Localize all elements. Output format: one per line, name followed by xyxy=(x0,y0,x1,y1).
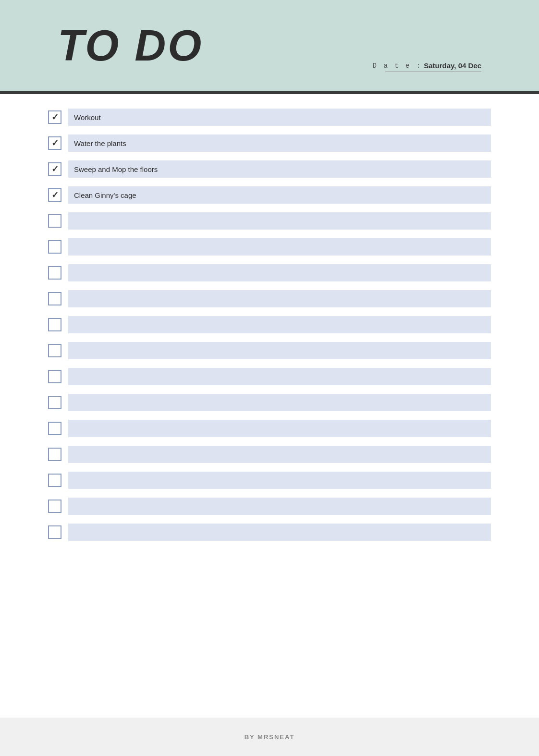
checkbox-3[interactable]: ✓ xyxy=(48,162,61,176)
checkmark-icon: ✓ xyxy=(51,112,59,122)
task-bar-2[interactable]: Water the plants xyxy=(68,134,491,152)
checkbox-11[interactable] xyxy=(48,370,61,383)
footer: BY MRSNEAT xyxy=(0,718,539,756)
list-item xyxy=(48,446,491,463)
task-bar-11[interactable] xyxy=(68,368,491,385)
checkbox-14[interactable] xyxy=(48,448,61,461)
list-item xyxy=(48,394,491,411)
checkbox-13[interactable] xyxy=(48,422,61,435)
checkbox-4[interactable]: ✓ xyxy=(48,188,61,202)
checkmark-icon: ✓ xyxy=(51,164,59,174)
footer-text: BY MRSNEAT xyxy=(245,733,295,741)
task-bar-1[interactable]: Workout xyxy=(68,109,491,126)
task-bar-4[interactable]: Clean Ginny's cage xyxy=(68,186,491,204)
task-bar-16[interactable] xyxy=(68,498,491,515)
list-item: ✓Clean Ginny's cage xyxy=(48,186,491,204)
task-bar-9[interactable] xyxy=(68,316,491,333)
checkbox-17[interactable] xyxy=(48,525,61,539)
list-item xyxy=(48,238,491,256)
task-text-2: Water the plants xyxy=(74,139,126,147)
task-bar-17[interactable] xyxy=(68,524,491,541)
task-text-4: Clean Ginny's cage xyxy=(74,191,136,199)
list-item xyxy=(48,264,491,281)
list-item: ✓Sweep and Mop the floors xyxy=(48,160,491,178)
task-bar-3[interactable]: Sweep and Mop the floors xyxy=(68,160,491,178)
list-item xyxy=(48,290,491,307)
date-value: Saturday, 04 Dec xyxy=(424,61,481,70)
list-item xyxy=(48,368,491,385)
list-item xyxy=(48,316,491,333)
list-item xyxy=(48,524,491,541)
task-bar-6[interactable] xyxy=(68,238,491,256)
checkbox-12[interactable] xyxy=(48,396,61,409)
date-label: D a t e : Saturday, 04 Dec xyxy=(373,61,481,70)
list-item xyxy=(48,498,491,515)
list-item xyxy=(48,472,491,489)
checkbox-5[interactable] xyxy=(48,214,61,228)
checkmark-icon: ✓ xyxy=(51,138,59,148)
content-area: ✓Workout✓Water the plants✓Sweep and Mop … xyxy=(0,94,539,718)
checkbox-1[interactable]: ✓ xyxy=(48,110,61,124)
list-item xyxy=(48,342,491,359)
list-item xyxy=(48,212,491,230)
checkbox-10[interactable] xyxy=(48,344,61,357)
date-label-word: D a t e : xyxy=(373,62,422,70)
page-title: TO DO xyxy=(58,24,203,67)
date-section: D a t e : Saturday, 04 Dec xyxy=(373,61,481,72)
list-item xyxy=(48,420,491,437)
task-bar-12[interactable] xyxy=(68,394,491,411)
task-bar-8[interactable] xyxy=(68,290,491,307)
checkbox-15[interactable] xyxy=(48,474,61,487)
task-bar-7[interactable] xyxy=(68,264,491,281)
task-bar-13[interactable] xyxy=(68,420,491,437)
task-text-1: Workout xyxy=(74,113,101,122)
checkbox-8[interactable] xyxy=(48,292,61,305)
header: TO DO D a t e : Saturday, 04 Dec xyxy=(0,0,539,91)
checkbox-2[interactable]: ✓ xyxy=(48,136,61,150)
checkbox-9[interactable] xyxy=(48,318,61,331)
task-bar-5[interactable] xyxy=(68,212,491,230)
list-item: ✓Workout xyxy=(48,109,491,126)
date-underline xyxy=(385,72,481,72)
task-bar-15[interactable] xyxy=(68,472,491,489)
checkbox-7[interactable] xyxy=(48,266,61,280)
checkbox-16[interactable] xyxy=(48,500,61,513)
task-bar-10[interactable] xyxy=(68,342,491,359)
task-bar-14[interactable] xyxy=(68,446,491,463)
task-text-3: Sweep and Mop the floors xyxy=(74,165,158,173)
list-item: ✓Water the plants xyxy=(48,134,491,152)
checkbox-6[interactable] xyxy=(48,240,61,254)
checkmark-icon: ✓ xyxy=(51,190,59,200)
todo-list: ✓Workout✓Water the plants✓Sweep and Mop … xyxy=(48,109,491,549)
